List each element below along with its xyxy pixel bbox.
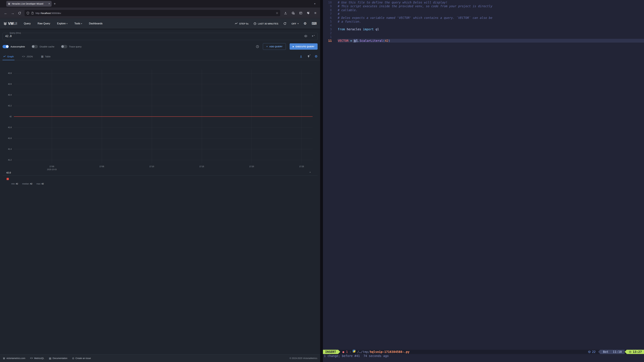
nav-label: Explore (57, 22, 66, 25)
chart-line-icon (3, 55, 6, 58)
query-history-icon[interactable] (256, 45, 259, 48)
vmui-nav-dashboards[interactable]: Dashboards (89, 22, 102, 25)
vmui-nav: QueryRaw QueryExplore▾Tools▾Dashboards (24, 22, 103, 25)
toggle-on[interactable] (2, 45, 9, 48)
footer-link-create-issue[interactable]: ⊙ Create an issue (72, 357, 91, 360)
url-bar[interactable]: http://localhost:5000/dev ☆ (24, 10, 280, 16)
editor-line[interactable]: 4 (323, 23, 644, 27)
line-content: VECTOR = ql.ScalarLiteral(42) (338, 39, 644, 42)
editor-line[interactable]: 6# Delos expects a variable named 'VECTO… (323, 16, 644, 20)
toggle-off[interactable] (61, 45, 67, 48)
pane-divider (320, 0, 323, 362)
editor-line[interactable]: 8# callable. (323, 8, 644, 12)
y-gridline (14, 138, 312, 138)
line-number: 9 (323, 4, 332, 8)
vmui-nav-raw-query[interactable]: Raw Query (38, 22, 50, 25)
prompt-separator-icon: › (349, 349, 351, 355)
y-gridline (14, 84, 312, 84)
chevron-down-icon: ▾ (81, 23, 82, 25)
editor-line[interactable]: 2 (323, 31, 644, 35)
line-number: 5 (323, 20, 332, 23)
tab-table[interactable]: ▦ Table (40, 53, 51, 60)
line-number: 2 (323, 31, 332, 35)
legend-stat: min:42 (11, 183, 18, 185)
vmui-logo[interactable]: VMUI (4, 21, 17, 26)
toggle-off[interactable] (32, 45, 38, 48)
execute-query-button[interactable]: ▶ EXECUTE QUERY (290, 43, 318, 50)
line-content: # a function. (338, 20, 644, 23)
add-query-button[interactable]: + ADD QUERY (263, 43, 286, 50)
editor-line[interactable]: 10# Use this file to define the query wh… (323, 0, 644, 4)
disable-cache-toggle[interactable]: Disable cache (32, 45, 54, 48)
y-axis-label: 41.4 (8, 148, 12, 150)
autocomplete-toggle[interactable]: Autocomplete (2, 45, 25, 48)
forward-button[interactable]: → (9, 11, 16, 15)
eye-icon[interactable] (304, 34, 308, 38)
autorefresh-select[interactable]: OFF ▾ (292, 22, 298, 25)
vim-editor[interactable]: 10# Use this file to define the query wh… (323, 0, 644, 362)
bookmark-star-icon[interactable]: ☆ (276, 11, 278, 15)
footer-link-metricsql[interactable]: <> MetricsQL (30, 357, 44, 360)
time-range-control[interactable]: LAST 30 MINUTES (254, 22, 278, 25)
editor-line[interactable]: 1 (323, 35, 644, 39)
legend-series-row[interactable] (6, 178, 318, 180)
editor-line[interactable]: 11VECTOR = ql.ScalarLiteral(42) (323, 39, 644, 42)
editor-line[interactable]: 5# a function. (323, 20, 644, 23)
line-content: from heracles import ql (338, 27, 644, 31)
prettify-sparkles-icon[interactable]: ✦✦ (312, 34, 315, 37)
query-input[interactable]: 42.0 (5, 34, 304, 38)
account-icon[interactable] (292, 11, 295, 15)
line-number: 1 (323, 35, 332, 39)
vim-statusline: INSERT ● 1 › /…/tmp/hqlsnip-1716384588-.… (323, 350, 644, 354)
vmui-nav-explore[interactable]: Explore▾ (57, 22, 68, 25)
download-report-icon[interactable] (300, 55, 302, 58)
query-editor-box[interactable]: Query (0ms) 42.0 ✦✦ (2, 32, 318, 40)
cursor-position: Bot 11:10 (600, 350, 625, 354)
y-axis-label: 42.4 (8, 94, 12, 96)
copyright: © 2019-2025 VictoriaMetrics (290, 357, 317, 360)
sparkle-icon: ✦ (310, 54, 311, 56)
legend-stat: median:42 (22, 183, 32, 185)
graph-settings-gear-icon[interactable]: ⚙ (314, 54, 318, 58)
menu-icon[interactable]: ≡ (314, 11, 316, 15)
recording-indicator: ● 1 (342, 350, 348, 354)
back-button[interactable]: ← (2, 11, 9, 15)
editor-line[interactable]: 7# (323, 12, 644, 16)
tips-lightbulb-icon[interactable]: ✦ (307, 55, 310, 58)
downloads-icon[interactable] (284, 11, 287, 14)
editor-line[interactable]: 9# This script executes inside the provi… (323, 4, 644, 8)
step-control[interactable]: STEP 5s (235, 22, 248, 25)
footer-link-victoriametrics[interactable]: victoriametrics.com (3, 357, 25, 360)
query-controls: Autocomplete Disable cache Trace query +… (0, 40, 320, 50)
collapse-caret-icon[interactable]: ^ (310, 171, 311, 174)
trace-query-toggle[interactable]: Trace query (61, 45, 82, 48)
keyboard-shortcuts-icon[interactable]: ⌨ (312, 22, 317, 25)
new-tab-button[interactable]: + (54, 2, 56, 6)
sidebar-icon[interactable] (299, 11, 302, 14)
tab-graph[interactable]: Graph (2, 53, 14, 60)
nav-label: Dashboards (89, 22, 102, 25)
settings-gear-icon[interactable]: ⚙ (304, 22, 307, 25)
y-gridline (14, 73, 312, 73)
extensions-puzzle-icon[interactable] (307, 11, 310, 14)
page-info-icon[interactable] (31, 12, 34, 14)
reload-button[interactable] (16, 11, 23, 15)
line-number: 3 (323, 27, 332, 31)
plot-area[interactable]: 17:002025-10-0317:0517:1017:1517:2017:25 (14, 69, 312, 164)
shield-icon[interactable] (26, 12, 30, 14)
vmui-page: VMUI QueryRaw QueryExplore▾Tools▾Dashboa… (0, 18, 320, 362)
vmui-nav-query[interactable]: Query (24, 22, 31, 25)
code-region[interactable]: 10# Use this file to define the query wh… (323, 0, 644, 350)
browser-tab[interactable]: Heracles Live Developer Wizard × (6, 1, 52, 6)
refresh-button[interactable] (283, 22, 286, 25)
play-icon: ▶ (293, 45, 294, 48)
footer-link-documentation[interactable]: ▤ Documentation (49, 357, 67, 360)
vmui-nav-tools[interactable]: Tools▾ (74, 22, 82, 25)
list-all-tabs-icon[interactable]: ▾ (314, 2, 316, 5)
tab-close-icon[interactable]: × (48, 2, 50, 5)
url-text[interactable]: http://localhost:5000/dev (36, 12, 61, 14)
line-content: # (338, 12, 644, 16)
python-filetype-icon (353, 350, 355, 353)
editor-line[interactable]: 3from heracles import ql (323, 27, 644, 31)
tab-json[interactable]: <> JSON (22, 53, 34, 60)
